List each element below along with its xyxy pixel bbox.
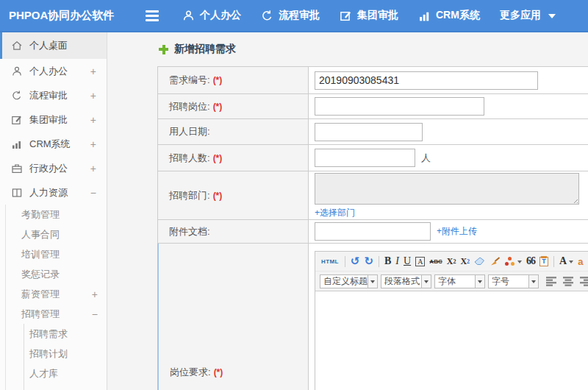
employment-date-input[interactable] bbox=[315, 123, 423, 141]
select-department-link[interactable]: +选择部门 bbox=[315, 207, 355, 219]
sidebar-item-label: CRM系统 bbox=[29, 138, 71, 151]
expand-plus-icon[interactable]: + bbox=[90, 90, 96, 102]
font-color-button[interactable]: A bbox=[559, 255, 573, 267]
field-label: 需求编号: bbox=[169, 74, 210, 87]
sidebar-item-personal-office[interactable]: 个人办公 + bbox=[0, 59, 107, 83]
sidebar-subitem-label: 招聘计划 bbox=[29, 347, 68, 361]
sidebar-item-label: 人力资源 bbox=[29, 186, 68, 199]
recruit-count-input[interactable] bbox=[315, 149, 415, 167]
color-palette-icon[interactable] bbox=[505, 257, 522, 266]
sidebar-item-label: 流程审批 bbox=[29, 89, 68, 102]
sidebar-item-workflow-approval[interactable]: 流程审批 + bbox=[0, 83, 107, 107]
topnav-label: CRM系统 bbox=[436, 9, 480, 22]
user-icon bbox=[182, 10, 195, 22]
sidebar-subitem-label: 考勤管理 bbox=[21, 208, 60, 221]
sidebar-subitem-label: 人才库 bbox=[29, 367, 58, 380]
styled-text-button[interactable]: A bbox=[415, 257, 425, 266]
main-content: 新增招聘需求 需求编号: (*) 招聘岗位: (*) bbox=[107, 32, 588, 390]
expand-plus-icon[interactable]: + bbox=[90, 138, 96, 150]
editor-toolbar-row2: 自定义标题 段落格式 字体 bbox=[315, 272, 588, 291]
sidebar-subitem-label: 薪资管理 bbox=[21, 288, 60, 301]
app-logo: PHPOA协同办公软件 bbox=[0, 9, 131, 23]
briefcase-icon bbox=[10, 163, 23, 174]
expand-plus-icon[interactable]: + bbox=[90, 114, 96, 126]
hamburger-menu-icon[interactable] bbox=[146, 10, 159, 21]
demand-number-input[interactable] bbox=[315, 71, 538, 90]
chart-icon bbox=[10, 138, 23, 150]
topnav-more-apps[interactable]: 更多应用 bbox=[500, 9, 556, 22]
caret-down-icon[interactable] bbox=[529, 274, 539, 288]
expand-plus-icon[interactable]: + bbox=[92, 288, 98, 300]
font-size-dropdown[interactable]: 字号 bbox=[488, 274, 539, 288]
form-row-employment-date: 用人日期: bbox=[157, 119, 588, 145]
hr-submenu: 考勤管理 人事合同 培训管理 奖惩记录 薪资管理 + 招聘管理 − 招聘需求 bbox=[5, 205, 107, 390]
align-center-icon[interactable] bbox=[563, 277, 574, 286]
bold-button[interactable]: B bbox=[384, 255, 391, 267]
sidebar-item-training-mgmt[interactable]: 培训管理 bbox=[6, 244, 107, 264]
sidebar-item-group-approval[interactable]: 集团审批 + bbox=[0, 107, 107, 132]
expand-plus-icon[interactable]: + bbox=[90, 65, 96, 77]
field-label: 用人日期: bbox=[169, 125, 210, 138]
caret-down-icon[interactable] bbox=[476, 274, 485, 288]
font-family-dropdown[interactable]: 字体 bbox=[434, 274, 485, 288]
sidebar-item-talent-pool[interactable]: 人才库 bbox=[24, 364, 107, 383]
sidebar-item-label: 行政办公 bbox=[29, 162, 68, 175]
field-label: 招聘岗位: bbox=[169, 100, 210, 113]
caret-down-icon[interactable] bbox=[368, 274, 378, 288]
sidebar-subitem-label: 招聘需求 bbox=[29, 327, 68, 341]
topnav-workflow-approval[interactable]: 流程审批 bbox=[261, 9, 320, 22]
underline-button[interactable]: U bbox=[404, 255, 411, 267]
collapse-minus-icon[interactable]: − bbox=[92, 308, 98, 320]
align-left-icon[interactable] bbox=[546, 277, 557, 286]
superscript-button[interactable]: X2 bbox=[447, 256, 456, 267]
collapse-minus-icon[interactable]: − bbox=[90, 187, 96, 199]
sidebar-item-admin-office[interactable]: 行政办公 + bbox=[0, 156, 107, 180]
eraser-icon[interactable] bbox=[474, 257, 485, 266]
sidebar-item-crm-system[interactable]: CRM系统 + bbox=[0, 132, 107, 156]
sidebar-item-recruit-plan[interactable]: 招聘计划 bbox=[24, 344, 107, 364]
topnav-crm-system[interactable]: CRM系统 bbox=[418, 9, 480, 22]
bg-color-button[interactable]: a bbox=[578, 256, 583, 267]
brush-icon[interactable] bbox=[490, 257, 501, 266]
sidebar-item-attendance-mgmt[interactable]: 考勤管理 bbox=[6, 205, 107, 224]
italic-button[interactable]: I bbox=[395, 255, 399, 267]
editor-content-area[interactable] bbox=[315, 291, 588, 390]
sidebar-item-recruit-mgmt[interactable]: 招聘管理 − bbox=[6, 304, 107, 324]
sidebar-item-reward-punishment[interactable]: 奖惩记录 bbox=[6, 264, 107, 284]
paragraph-format-dropdown[interactable]: 段落格式 bbox=[381, 274, 431, 288]
caret-down-icon[interactable] bbox=[422, 274, 431, 288]
caret-down-icon bbox=[569, 260, 573, 266]
sidebar-item-human-resources[interactable]: 人力资源 − bbox=[0, 180, 107, 205]
attachment-input[interactable] bbox=[315, 222, 431, 241]
blockquote-button[interactable]: 66 bbox=[526, 255, 535, 267]
sidebar-item-personnel-contract[interactable]: 人事合同 bbox=[6, 224, 107, 244]
form-row-recruit-department: 招聘部门: (*) +选择部门 bbox=[157, 171, 588, 220]
required-marker: (*) bbox=[214, 367, 223, 377]
expand-plus-icon[interactable]: + bbox=[90, 163, 96, 174]
recruit-department-textarea[interactable] bbox=[315, 173, 579, 205]
topnav-group-approval[interactable]: 集团审批 bbox=[340, 9, 398, 22]
required-marker: (*) bbox=[213, 102, 223, 112]
sidebar-item-salary-mgmt[interactable]: 薪资管理 + bbox=[6, 284, 107, 304]
sidebar-subitem-label: 奖惩记录 bbox=[21, 268, 60, 281]
align-right-icon[interactable] bbox=[580, 277, 588, 286]
html-source-button[interactable]: HTML bbox=[321, 258, 339, 265]
form-row-recruit-count: 招聘人数: (*) 人 bbox=[157, 145, 588, 171]
sidebar-item-personal-desktop[interactable]: 个人桌面 bbox=[0, 32, 107, 59]
topnav-label: 流程审批 bbox=[279, 9, 320, 22]
sidebar-item-recruit-demand[interactable]: 招聘需求 bbox=[24, 324, 107, 344]
recruit-position-input[interactable] bbox=[315, 97, 484, 116]
recruit-demand-form: 需求编号: (*) 招聘岗位: (*) 用人日期: bbox=[157, 66, 588, 390]
topnav-label: 更多应用 bbox=[500, 9, 541, 22]
page-title: 新增招聘需求 bbox=[174, 43, 236, 56]
custom-title-dropdown[interactable]: 自定义标题 bbox=[320, 274, 378, 288]
paste-icon[interactable]: T bbox=[539, 257, 548, 266]
undo-icon[interactable]: ↺ bbox=[351, 255, 360, 268]
subscript-button[interactable]: X2 bbox=[460, 256, 470, 267]
strikethrough-button[interactable]: ABC bbox=[429, 258, 442, 265]
recruit-submenu: 招聘需求 招聘计划 人才库 bbox=[24, 324, 107, 390]
unit-suffix: 人 bbox=[421, 152, 431, 165]
topnav-personal-office[interactable]: 个人办公 bbox=[182, 9, 241, 22]
redo-icon[interactable]: ↻ bbox=[364, 255, 373, 268]
attachment-upload-link[interactable]: +附件上传 bbox=[437, 225, 477, 238]
